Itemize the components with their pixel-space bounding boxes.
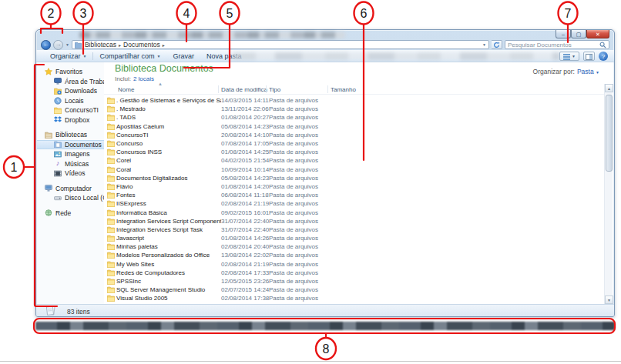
- column-divider[interactable]: [266, 85, 267, 93]
- file-date-modified: 02/08/2014 17:33: [221, 269, 269, 276]
- desktop-icon: [54, 78, 62, 85]
- file-row[interactable]: Minhas paletas02/08/2014 20:40Pasta de a…: [104, 242, 604, 251]
- file-row[interactable]: SQL Server Management Studio02/07/2015 1…: [104, 286, 604, 294]
- sidebar-section-bibliotecas[interactable]: Bibliotecas: [37, 130, 104, 140]
- file-row[interactable]: Informática Básica09/02/2015 16:01Pasta …: [104, 208, 604, 216]
- sidebar-label: Rede: [55, 209, 71, 217]
- file-type: Pasta de arquivos: [269, 183, 331, 190]
- chevron-right-icon[interactable]: ▸: [119, 42, 121, 48]
- file-list: . Gestão de Sistemas e Serviços de Saúde…: [104, 96, 604, 304]
- breadcrumb-item-bibliotecas[interactable]: Bibliotecas: [85, 41, 116, 48]
- sidebar-item-downloads[interactable]: Downloads: [37, 86, 104, 96]
- sidebar-item-imagens[interactable]: Imagens: [37, 149, 104, 159]
- scrollbar-thumb[interactable]: [606, 95, 613, 172]
- sidebar-item-concursoti[interactable]: ConcursoTI: [37, 105, 104, 115]
- callout-8-number: 8: [323, 342, 330, 356]
- file-name: . Mestrado: [116, 105, 221, 112]
- column-header-type[interactable]: Tipo: [269, 86, 323, 93]
- file-row[interactable]: Apostilas Caelum05/08/2014 14:23Pasta de…: [104, 122, 604, 131]
- minimize-button[interactable]: –: [556, 30, 571, 38]
- sidebar-item-documentos[interactable]: Documentos: [37, 140, 104, 150]
- sidebar-item-v-deos[interactable]: Vídeos: [37, 169, 104, 179]
- callout-4-number: 4: [183, 7, 190, 20]
- sidebar-section-rede[interactable]: Rede: [37, 209, 104, 219]
- folder-icon: [107, 252, 115, 259]
- chevron-right-icon[interactable]: ▸: [163, 42, 165, 48]
- forward-button[interactable]: →: [53, 40, 63, 50]
- file-row[interactable]: Concurso07/08/2014 17:05Pasta de arquivo…: [104, 139, 604, 148]
- refresh-button[interactable]: [492, 40, 502, 49]
- arrange-by-control[interactable]: Organizar por:Pasta ▼: [533, 68, 599, 75]
- file-date-modified: 13/08/2014 22:02: [221, 252, 269, 259]
- column-divider[interactable]: [327, 85, 328, 93]
- search-icon[interactable]: [599, 41, 606, 48]
- file-row[interactable]: Documentos Digitalizados05/08/2014 14:23…: [104, 174, 604, 182]
- breadcrumb-item-documentos[interactable]: Documentos: [123, 41, 160, 48]
- callout-6-circle: [354, 2, 374, 25]
- title-bar[interactable]: – ▢ ✕: [36, 30, 614, 39]
- share-with-menu-button[interactable]: Compartilhar com ▼: [93, 50, 166, 62]
- file-row[interactable]: . Mestrado13/11/2014 22:06Pasta de arqui…: [104, 105, 604, 113]
- burn-button[interactable]: Gravar: [166, 50, 200, 62]
- close-button[interactable]: ✕: [586, 30, 609, 38]
- file-row[interactable]: Integration Services Script Task31/07/20…: [104, 225, 604, 234]
- file-row[interactable]: Coral10/09/2014 10:14Pasta de arquivos: [104, 165, 604, 174]
- file-type: Pasta de arquivos: [269, 218, 331, 225]
- file-row[interactable]: Fontes06/08/2014 11:18Pasta de arquivos: [104, 191, 604, 199]
- sidebar-item-rea-de-trabalho[interactable]: Área de Trabalho: [37, 77, 104, 87]
- close-icon: ✕: [596, 32, 600, 37]
- search-input[interactable]: [508, 42, 599, 48]
- help-button[interactable]: ?: [599, 52, 608, 61]
- file-row[interactable]: IISExpress02/08/2014 21:19Pasta de arqui…: [104, 199, 604, 208]
- address-breadcrumb-field[interactable]: Bibliotecas ▸ Documentos ▸ ▼: [72, 40, 489, 49]
- preview-pane-button[interactable]: [583, 52, 595, 61]
- sidebar-item-dropbox[interactable]: Dropbox: [37, 115, 104, 125]
- file-type: Pasta de arquivos: [269, 235, 331, 242]
- sidebar-section-computador[interactable]: Computador: [37, 184, 104, 194]
- change-view-button[interactable]: ▼: [559, 52, 579, 61]
- scroll-down-button[interactable]: ▼: [605, 296, 613, 304]
- includes-locations-link[interactable]: 2 locais: [133, 75, 154, 82]
- scroll-up-button[interactable]: ▲: [605, 84, 613, 92]
- file-row[interactable]: ConcursoTI20/08/2014 14:10Pasta de arqui…: [104, 131, 604, 139]
- file-type: Pasta de arquivos: [269, 149, 331, 155]
- file-row[interactable]: Corel04/02/2015 21:54Pasta de arquivos: [104, 156, 604, 165]
- folder-icon: [107, 278, 115, 286]
- file-row[interactable]: Visual Studio 200502/08/2014 17:38Pasta …: [104, 294, 604, 302]
- callout-8-circle: [316, 338, 336, 359]
- column-divider[interactable]: [218, 85, 219, 93]
- column-header-date[interactable]: Data de modificaç...: [221, 86, 267, 93]
- file-type: Pasta de arquivos: [269, 132, 331, 139]
- file-row[interactable]: . Gestão de Sistemas e Serviços de Saúde…: [104, 96, 604, 105]
- file-row[interactable]: Flávio01/08/2014 14:20Pasta de arquivos: [104, 182, 604, 191]
- file-date-modified: 14/03/2015 14:11: [221, 97, 269, 104]
- libraries-icon: [45, 131, 52, 139]
- organize-menu-button[interactable]: Organizar ▼: [44, 50, 92, 62]
- file-row[interactable]: My Web Sites02/08/2014 21:19Pasta de arq…: [104, 260, 604, 269]
- file-row[interactable]: Javascript01/08/2014 14:26Pasta de arqui…: [104, 234, 604, 242]
- back-button[interactable]: ←: [41, 40, 51, 50]
- sidebar-item-locais[interactable]: Locais: [37, 96, 104, 106]
- maximize-button[interactable]: ▢: [571, 30, 586, 38]
- file-row[interactable]: Integration Services Script Component31/…: [104, 217, 604, 225]
- sidebar-item-disco-local-c[interactable]: Disco Local (C:): [37, 193, 104, 203]
- location-icon: [75, 41, 82, 48]
- column-header-size[interactable]: Tamanho: [331, 86, 377, 93]
- file-date-modified: 02/08/2014 20:40: [221, 243, 269, 250]
- sidebar-section-favoritos[interactable]: Favoritos: [37, 67, 104, 77]
- sidebar-item-m-sicas[interactable]: ♪Músicas: [37, 159, 104, 169]
- vertical-scrollbar[interactable]: ▲ ▼: [604, 84, 613, 304]
- file-date-modified: 05/08/2014 14:23: [221, 123, 269, 130]
- file-row[interactable]: Concursos INSS01/08/2014 14:25Pasta de a…: [104, 148, 604, 156]
- pictures-icon: [54, 150, 62, 158]
- search-box[interactable]: [505, 40, 609, 49]
- file-row[interactable]: SPSSInc12/05/2015 23:26Pasta de arquivos: [104, 277, 604, 286]
- column-header-name[interactable]: Nome: [118, 86, 217, 93]
- address-dropdown-icon[interactable]: ▼: [482, 42, 486, 47]
- file-row[interactable]: . TADS01/08/2014 20:27Pasta de arquivos: [104, 113, 604, 122]
- sidebar-label: Dropbox: [65, 116, 89, 124]
- recent-pages-dropdown-icon[interactable]: ▼: [65, 42, 69, 47]
- file-row[interactable]: Redes de Computadores02/08/2014 17:33Pas…: [104, 269, 604, 277]
- file-row[interactable]: Modelos Personalizados do Office13/08/20…: [104, 251, 604, 259]
- file-type: Pasta de arquivos: [269, 114, 331, 121]
